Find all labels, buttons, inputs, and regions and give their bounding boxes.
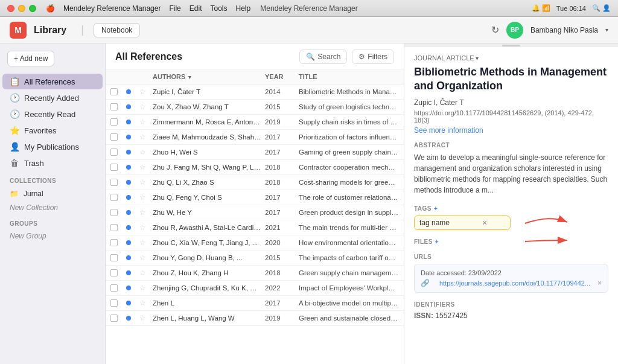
detail-panel: JOURNAL ARTICLE ▾ Bibliometric Methods i… — [404, 43, 618, 364]
type-dropdown-icon[interactable]: ▾ — [476, 55, 479, 62]
tags-add-icon[interactable]: + — [434, 205, 438, 212]
notebook-button[interactable]: Notebook — [94, 23, 140, 37]
table-row[interactable]: ☆ Zhou R, Awasthi A, Stal-Le Cardinal J … — [106, 220, 404, 235]
menu-apple[interactable]: 🍎 — [46, 4, 55, 13]
title-header[interactable]: TITLE — [299, 73, 399, 80]
year-cell: 2020 — [265, 239, 295, 246]
row-checkbox[interactable] — [110, 148, 118, 156]
row-checkbox[interactable] — [110, 118, 118, 126]
tag-close-button[interactable]: × — [482, 218, 487, 228]
row-checkbox[interactable] — [110, 284, 118, 292]
star-button[interactable]: ☆ — [139, 103, 149, 111]
add-new-button[interactable]: + Add new — [7, 51, 54, 66]
row-checkbox[interactable] — [110, 239, 118, 246]
table-row[interactable]: ☆ Zhen L 2017 A bi-objective model on mu… — [106, 296, 404, 311]
star-button[interactable]: ☆ — [139, 133, 149, 141]
row-checkbox[interactable] — [110, 254, 118, 261]
close-button[interactable] — [7, 5, 14, 12]
table-row[interactable]: ☆ Zimmermann M, Rosca E, Antons O, Ben..… — [106, 115, 404, 130]
see-more-link[interactable]: See more information — [414, 126, 608, 135]
author-cell: Zou X, Zhao W, Zhang T — [153, 103, 261, 110]
menu-help[interactable]: Help — [235, 4, 250, 13]
search-icon: 🔍 — [306, 53, 315, 61]
star-button[interactable]: ☆ — [139, 178, 149, 187]
new-collection-item[interactable]: New Collection — [0, 201, 105, 214]
menu-edit[interactable]: Edit — [190, 4, 202, 13]
star-button[interactable]: ☆ — [139, 284, 149, 292]
tags-label: TAGS — [414, 205, 432, 212]
star-button[interactable]: ☆ — [139, 254, 149, 262]
menu-app[interactable]: Mendeley Reference Manager — [63, 4, 161, 13]
maximize-button[interactable] — [29, 5, 36, 12]
files-add-icon[interactable]: + — [435, 238, 439, 245]
url-close-button[interactable]: × — [597, 279, 602, 287]
table-row[interactable]: ☆ Zhenjing G, Chupradit S, Ku K, Nassani… — [106, 281, 404, 296]
star-button[interactable]: ☆ — [139, 118, 149, 126]
row-checkbox[interactable] — [110, 194, 118, 201]
table-row[interactable]: ☆ Zhuo H, Wei S 2017 Gaming of green sup… — [106, 145, 404, 160]
new-group-item[interactable]: New Group — [0, 229, 105, 243]
star-button[interactable]: ☆ — [139, 148, 149, 156]
table-row[interactable]: ☆ Zhou Z, Hou K, Zhang H 2018 Green supp… — [106, 266, 404, 281]
table-row[interactable]: ☆ Zhen L, Huang L, Wang W 2019 Green and… — [106, 311, 404, 326]
author-cell: Zhen L, Huang L, Wang W — [153, 315, 261, 322]
table-row[interactable]: ☆ Zhu W, He Y 2017 Green product design … — [106, 205, 404, 220]
sidebar-item-jurnal[interactable]: 📁 Jurnal — [2, 187, 103, 200]
year-cell: 2017 — [265, 299, 295, 307]
row-checkbox[interactable] — [110, 299, 118, 307]
minimize-button[interactable] — [18, 5, 25, 12]
row-checkbox[interactable] — [110, 315, 118, 322]
sidebar-item-favorites[interactable]: ⭐ Favorites — [2, 123, 103, 138]
table-row[interactable]: ☆ Zhu Q, Li X, Zhao S 2018 Cost-sharing … — [106, 175, 404, 190]
url-link[interactable]: https://journals.sagepub.com/doi/10.1177… — [439, 279, 590, 287]
star-button[interactable]: ☆ — [139, 88, 149, 96]
authors-header[interactable]: AUTHORS ▾ — [153, 73, 261, 80]
table-row[interactable]: ☆ Zhou Y, Gong D, Huang B, ... 2015 The … — [106, 251, 404, 266]
year-header[interactable]: YEAR — [265, 73, 295, 80]
star-button[interactable]: ☆ — [139, 238, 149, 247]
row-checkbox[interactable] — [110, 224, 118, 231]
row-checkbox[interactable] — [110, 269, 118, 276]
star-button[interactable]: ☆ — [139, 223, 149, 232]
sidebar-item-label: Favorites — [24, 126, 56, 135]
title-cell: Cost-sharing models for green product... — [299, 179, 399, 186]
sidebar-item-all-references[interactable]: 📋 All References — [2, 74, 103, 89]
trash-icon: 🗑 — [10, 158, 19, 168]
table-row[interactable]: ☆ Zupic I, Čater T 2014 Bibliometric Met… — [106, 85, 404, 100]
filters-button[interactable]: ⚙ Filters — [352, 49, 394, 64]
row-checkbox[interactable] — [110, 133, 118, 141]
row-checkbox[interactable] — [110, 179, 118, 186]
refresh-button[interactable]: ↻ — [491, 24, 499, 36]
tag-input[interactable] — [419, 219, 480, 227]
row-checkbox[interactable] — [110, 103, 118, 110]
title-cell: Prioritization of factors influencing on… — [299, 133, 399, 141]
menu-file[interactable]: File — [169, 4, 180, 13]
star-button[interactable]: ☆ — [139, 163, 149, 171]
star-button[interactable]: ☆ — [139, 208, 149, 217]
row-checkbox[interactable] — [110, 164, 118, 171]
sidebar-item-recently-added[interactable]: 🕐 Recently Added — [2, 90, 103, 106]
read-indicator — [126, 89, 131, 94]
table-row[interactable]: ☆ Zhu Q, Feng Y, Choi S 2017 The role of… — [106, 190, 404, 205]
star-button[interactable]: ☆ — [139, 299, 149, 307]
sidebar-item-recently-read[interactable]: 🕐 Recently Read — [2, 106, 103, 122]
star-button[interactable]: ☆ — [139, 193, 149, 202]
table-row[interactable]: ☆ Zhou C, Xia W, Feng T, Jiang J, ... 20… — [106, 235, 404, 251]
star-button[interactable]: ☆ — [139, 269, 149, 277]
search-button[interactable]: 🔍 Search — [299, 49, 347, 64]
row-checkbox[interactable] — [110, 209, 118, 216]
drag-handle — [502, 45, 520, 46]
star-button[interactable]: ☆ — [139, 314, 149, 322]
recently-added-icon: 🕐 — [10, 93, 19, 103]
row-checkbox[interactable] — [110, 88, 118, 95]
table-row[interactable]: ☆ Ziaee M, Mahmoudzade S, Shahi T 2017 P… — [106, 130, 404, 145]
user-dropdown-icon[interactable]: ▾ — [605, 27, 608, 33]
table-row[interactable]: ☆ Zhu J, Fang M, Shi Q, Wang P, Li Q 201… — [106, 160, 404, 175]
menu-tools[interactable]: Tools — [210, 4, 227, 13]
read-indicator — [126, 165, 131, 170]
sidebar-item-my-publications[interactable]: 👤 My Publications — [2, 139, 103, 155]
sidebar-item-trash[interactable]: 🗑 Trash — [2, 155, 103, 171]
library-label: Library — [34, 25, 66, 36]
title-cell: Green supply chain management infor... — [299, 269, 399, 276]
table-row[interactable]: ☆ Zou X, Zhao W, Zhang T 2015 Study of g… — [106, 100, 404, 115]
